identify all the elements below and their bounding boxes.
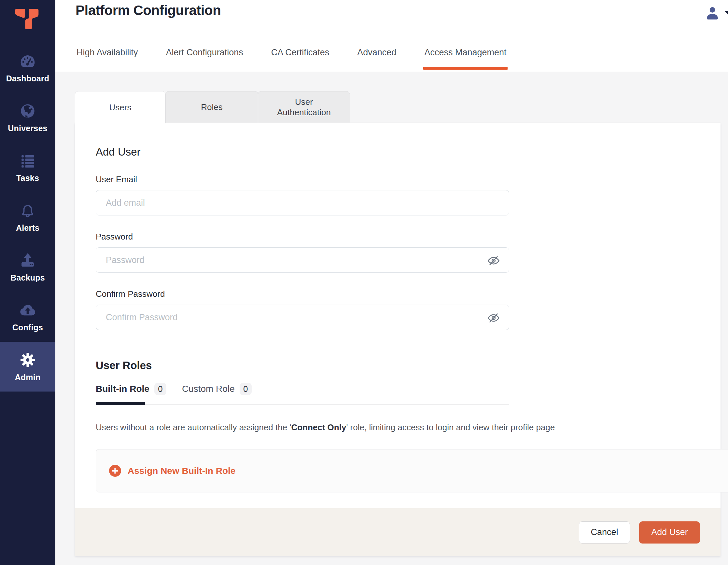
eye-off-icon: [486, 254, 501, 268]
dashboard-gauge-icon: [19, 52, 36, 70]
password-input[interactable]: [96, 247, 509, 273]
add-user-form: Add User User Email Password: [96, 123, 721, 492]
active-tab-underline: [423, 67, 507, 70]
config-tabs: High Availability Alert Configurations C…: [77, 43, 507, 72]
sidebar: Dashboard Universes Tasks: [0, 0, 55, 565]
bell-icon: [19, 202, 36, 219]
sidebar-item-backups[interactable]: Backups: [0, 242, 55, 292]
form-footer: Cancel Add User: [75, 508, 721, 556]
sidebar-nav: Dashboard Universes Tasks: [0, 43, 55, 391]
access-subtabs: Users Roles User Authentication: [75, 91, 350, 123]
eye-off-icon: [486, 311, 501, 325]
role-tabs-rule: [96, 402, 509, 405]
confirm-password-input[interactable]: [96, 304, 509, 330]
sidebar-item-universes[interactable]: Universes: [0, 93, 55, 143]
add-user-panel: Add User User Email Password: [75, 123, 721, 556]
user-email-label: User Email: [96, 175, 721, 185]
tab-access-management[interactable]: Access Management: [424, 43, 506, 72]
built-in-role-count-badge: 0: [154, 383, 166, 395]
tab-label: Access Management: [424, 48, 506, 57]
tab-advanced[interactable]: Advanced: [357, 43, 396, 72]
user-avatar-icon[interactable]: [705, 5, 720, 21]
sidebar-item-admin[interactable]: Admin: [0, 342, 55, 391]
add-user-button[interactable]: Add User: [639, 521, 700, 544]
sidebar-item-label: Alerts: [16, 223, 39, 233]
sidebar-item-label: Backups: [10, 273, 45, 282]
page-title: Platform Configuration: [76, 3, 221, 18]
custom-role-label: Custom Role: [182, 384, 235, 394]
subtab-user-authentication[interactable]: User Authentication: [258, 91, 350, 123]
add-user-heading: Add User: [96, 146, 721, 158]
chevron-down-icon[interactable]: [725, 11, 728, 16]
drive-upload-icon: [19, 252, 36, 269]
plus-circle-icon: [109, 465, 121, 477]
globe-icon: [19, 102, 36, 120]
assign-new-built-in-role-label: Assign New Built-In Role: [128, 466, 235, 476]
cancel-button[interactable]: Cancel: [579, 521, 630, 544]
sidebar-item-label: Universes: [8, 124, 47, 133]
role-note-text: Users without a role are automatically a…: [96, 422, 291, 432]
tab-high-availability[interactable]: High Availability: [77, 43, 138, 72]
sidebar-item-configs[interactable]: Configs: [0, 292, 55, 342]
role-tabs: Built-in Role 0 Custom Role 0: [96, 383, 721, 395]
role-note-bold: Connect Only: [291, 422, 346, 432]
built-in-role-label: Built-in Role: [96, 384, 149, 394]
subtab-roles[interactable]: Roles: [165, 91, 258, 123]
user-email-input[interactable]: [96, 190, 509, 216]
sidebar-item-label: Tasks: [16, 174, 39, 183]
active-role-tab-indicator: [96, 402, 145, 405]
task-list-icon: [19, 152, 36, 170]
gear-icon: [19, 351, 36, 369]
tab-alert-configurations[interactable]: Alert Configurations: [166, 43, 243, 72]
sidebar-item-tasks[interactable]: Tasks: [0, 143, 55, 192]
subtab-users[interactable]: Users: [75, 91, 166, 123]
sidebar-item-alerts[interactable]: Alerts: [0, 192, 55, 242]
tab-ca-certificates[interactable]: CA Certificates: [271, 43, 329, 72]
password-label: Password: [96, 232, 721, 242]
cloud-upload-icon: [19, 301, 36, 319]
sidebar-item-label: Configs: [12, 323, 43, 332]
tab-custom-role[interactable]: Custom Role 0: [182, 383, 252, 395]
content-area: Users Roles User Authentication Add User…: [55, 72, 728, 565]
custom-role-count-badge: 0: [240, 383, 252, 395]
role-note: Users without a role are automatically a…: [96, 422, 721, 432]
sidebar-item-dashboard[interactable]: Dashboard: [0, 43, 55, 93]
confirm-password-visibility-toggle[interactable]: [486, 311, 501, 325]
tab-built-in-role[interactable]: Built-in Role 0: [96, 383, 166, 395]
user-roles-heading: User Roles: [96, 359, 721, 372]
password-visibility-toggle[interactable]: [486, 254, 501, 268]
yugabyte-logo-icon[interactable]: [14, 7, 41, 31]
top-header: Platform Configuration High Availability…: [55, 0, 728, 72]
sidebar-item-label: Dashboard: [6, 74, 49, 83]
confirm-password-label: Confirm Password: [96, 289, 721, 299]
sidebar-item-label: Admin: [15, 373, 41, 382]
platform-configuration-screen: Dashboard Universes Tasks: [0, 0, 728, 565]
assign-new-built-in-role-button[interactable]: Assign New Built-In Role: [96, 449, 728, 492]
role-tabs-baseline: [96, 404, 509, 404]
role-note-text: ' role, limiting access to login and vie…: [346, 422, 555, 432]
